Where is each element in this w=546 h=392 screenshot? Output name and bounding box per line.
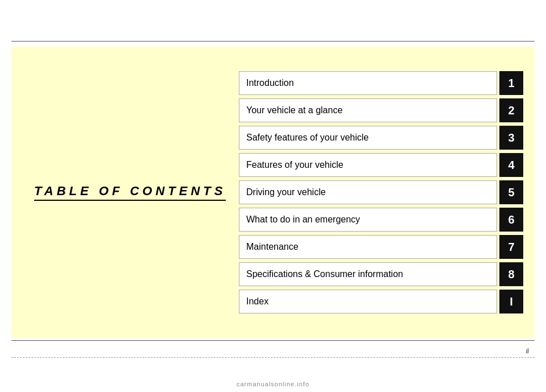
toc-item-label: Features of your vehicle bbox=[239, 153, 497, 177]
toc-row[interactable]: Specifications & Consumer information8 bbox=[239, 262, 523, 286]
toc-item-label: Your vehicle at a glance bbox=[239, 98, 497, 122]
toc-list: Introduction1Your vehicle at a glance2Sa… bbox=[239, 71, 523, 313]
toc-item-number: 5 bbox=[499, 180, 523, 204]
toc-item-number: I bbox=[499, 290, 523, 313]
toc-row[interactable]: Driving your vehicle5 bbox=[239, 180, 523, 204]
toc-item-number: 8 bbox=[499, 262, 523, 286]
toc-item-number: 1 bbox=[499, 71, 523, 95]
toc-row[interactable]: Features of your vehicle4 bbox=[239, 153, 523, 177]
toc-row[interactable]: What to do in an emergency6 bbox=[239, 208, 523, 232]
toc-item-label: Driving your vehicle bbox=[239, 180, 497, 204]
toc-item-number: 6 bbox=[499, 208, 523, 232]
toc-item-label: Index bbox=[239, 290, 497, 313]
toc-row[interactable]: Maintenance7 bbox=[239, 235, 523, 259]
left-panel: TABLE OF CONTENTS bbox=[23, 184, 239, 201]
toc-item-number: 3 bbox=[499, 126, 523, 150]
bottom-horizontal-rule bbox=[11, 340, 535, 341]
page-number: ii bbox=[526, 347, 529, 355]
toc-row[interactable]: Your vehicle at a glance2 bbox=[239, 98, 523, 122]
watermark: carmanualsonline.info bbox=[237, 381, 309, 387]
toc-item-number: 7 bbox=[499, 235, 523, 259]
toc-row[interactable]: IndexI bbox=[239, 290, 523, 313]
toc-item-label: Introduction bbox=[239, 71, 497, 95]
toc-item-number: 2 bbox=[499, 98, 523, 122]
toc-title: TABLE OF CONTENTS bbox=[34, 184, 226, 201]
toc-item-label: Safety features of your vehicle bbox=[239, 126, 497, 150]
toc-item-number: 4 bbox=[499, 153, 523, 177]
top-horizontal-rule bbox=[11, 41, 535, 42]
main-content-area: TABLE OF CONTENTS Introduction1Your vehi… bbox=[11, 47, 535, 338]
toc-row[interactable]: Introduction1 bbox=[239, 71, 523, 95]
toc-item-label: What to do in an emergency bbox=[239, 208, 497, 232]
toc-row[interactable]: Safety features of your vehicle3 bbox=[239, 126, 523, 150]
toc-item-label: Maintenance bbox=[239, 235, 497, 259]
dashed-horizontal-rule bbox=[11, 357, 535, 358]
toc-item-label: Specifications & Consumer information bbox=[239, 262, 497, 286]
